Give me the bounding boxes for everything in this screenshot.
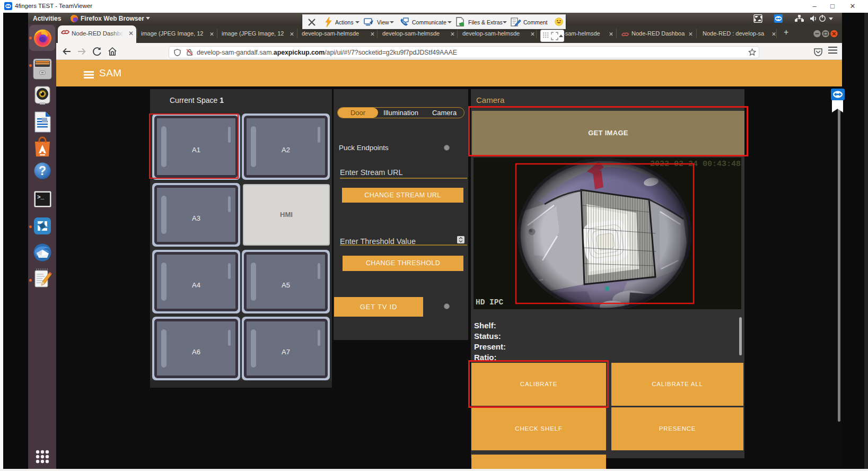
svg-text:HD IPC: HD IPC [476, 298, 504, 307]
svg-text:?: ? [39, 164, 46, 178]
svg-text:>_: >_ [37, 194, 45, 200]
